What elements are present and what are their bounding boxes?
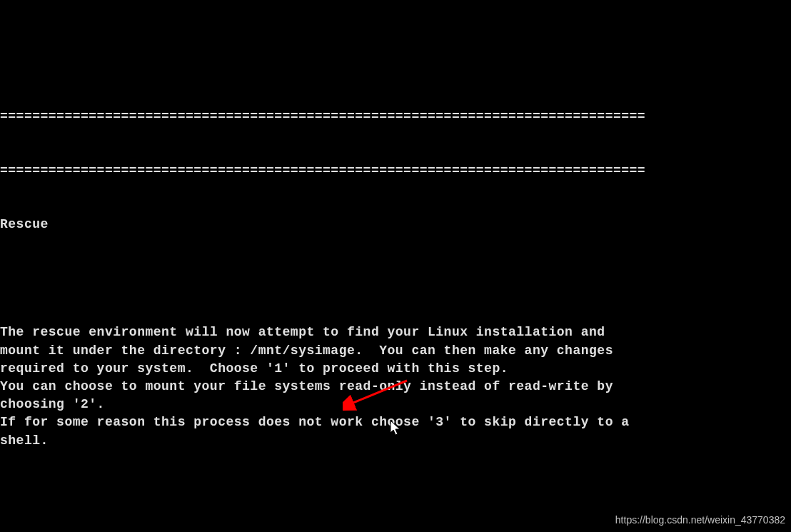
terminal-output: ========================================…	[0, 72, 791, 532]
rescue-description: The rescue environment will now attempt …	[0, 323, 791, 449]
blank-line	[0, 486, 791, 503]
separator-line: ========================================…	[0, 162, 791, 180]
blank-line	[0, 270, 791, 288]
watermark-text: https://blog.csdn.net/weixin_43770382	[615, 513, 785, 528]
rescue-title: Rescue	[0, 216, 791, 234]
separator-line: ========================================…	[0, 108, 791, 126]
